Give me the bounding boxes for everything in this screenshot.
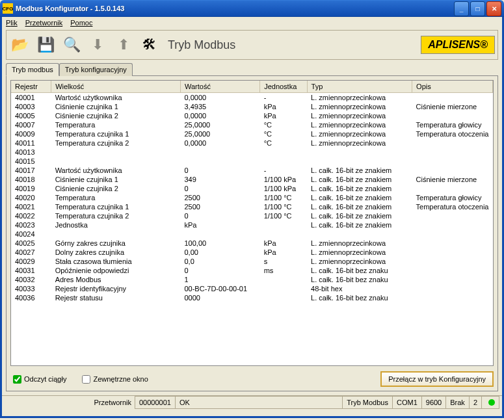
table-row[interactable]: 40017Wartość użytkownika0-L. całk. 16-bi… bbox=[11, 166, 493, 175]
table-row[interactable]: 40025Górny zakres czujnika100,00kPaL. zm… bbox=[11, 239, 493, 248]
column-value[interactable]: Wartość bbox=[180, 81, 259, 93]
table-cell bbox=[307, 230, 412, 239]
table-cell: L. całk. 16-bit ze znakiem bbox=[307, 202, 412, 211]
table-cell bbox=[412, 257, 493, 266]
table-cell: °C bbox=[260, 138, 307, 148]
table-row[interactable]: 40001Wartość użytkownika0,0000-L. zmienn… bbox=[11, 93, 493, 103]
table-cell: 3,4935 bbox=[180, 102, 259, 111]
table-cell: 40015 bbox=[11, 157, 51, 166]
table-cell: kPa bbox=[260, 248, 307, 257]
titlebar[interactable]: CFG Modbus Konfigurator - 1.5.0.143 _ □ … bbox=[0, 0, 504, 17]
table-cell: 40019 bbox=[11, 184, 51, 193]
table-row[interactable]: 40007Temperatura25,0000°CL. zmiennoprzec… bbox=[11, 120, 493, 129]
table-row[interactable]: 40018Ciśnienie czujnika 13491/100 kPaL. … bbox=[11, 175, 493, 184]
table-cell: 349 bbox=[180, 175, 259, 184]
table-cell: 40022 bbox=[11, 211, 51, 220]
table-cell bbox=[260, 220, 307, 230]
table-row[interactable]: 40022Temperatura czujnika 201/100 °CL. c… bbox=[11, 211, 493, 220]
open-icon[interactable]: 📂 bbox=[8, 33, 31, 57]
table-row[interactable]: 40036Rejestr statusu0000L. całk. 16-bit … bbox=[11, 293, 493, 302]
table-cell: 0,0 bbox=[180, 257, 259, 266]
table-cell bbox=[260, 148, 307, 157]
tab-modbus[interactable]: Tryb modbus bbox=[6, 63, 59, 76]
column-type[interactable]: Typ bbox=[307, 81, 412, 93]
table-cell: Temperatura bbox=[51, 120, 181, 129]
table-row[interactable]: 40009Temperatura czujnika 125,0000°CL. z… bbox=[11, 129, 493, 138]
table-cell bbox=[180, 157, 259, 166]
minimize-button[interactable]: _ bbox=[454, 1, 469, 16]
table-row[interactable]: 40027Dolny zakres czujnika0,00kPaL. zmie… bbox=[11, 248, 493, 257]
table-cell: Rejestr identyfikacyjny bbox=[51, 284, 181, 293]
menu-file[interactable]: Plik bbox=[6, 19, 18, 27]
table-cell: L. zmiennoprzecinkowa bbox=[307, 248, 412, 257]
table-cell: 0,0000 bbox=[180, 138, 259, 148]
table-cell: 25,0000 bbox=[180, 120, 259, 129]
column-unit[interactable]: Jednostka bbox=[260, 81, 307, 93]
table-cell bbox=[412, 111, 493, 120]
table-row[interactable]: 40005Ciśnienie czujnika 20,0000kPaL. zmi… bbox=[11, 111, 493, 120]
table-cell: 00-BC-7D-00-00-01 bbox=[180, 284, 259, 293]
table-cell: - bbox=[260, 166, 307, 175]
table-cell bbox=[412, 148, 493, 157]
table-cell: ms bbox=[260, 266, 307, 275]
table-row[interactable]: 40033Rejestr identyfikacyjny00-BC-7D-00-… bbox=[11, 284, 493, 293]
table-cell: 40031 bbox=[11, 266, 51, 275]
checkbox-external-window-input[interactable] bbox=[82, 375, 90, 384]
register-grid[interactable]: Rejestr Wielkość Wartość Jednostka Typ O… bbox=[10, 80, 494, 366]
table-row[interactable]: 40003Ciśnienie czujnika 13,4935kPaL. zmi… bbox=[11, 102, 493, 111]
checkbox-continuous-read[interactable]: Odczyt ciągły bbox=[10, 373, 66, 386]
maximize-button[interactable]: □ bbox=[470, 1, 485, 16]
menu-help[interactable]: Pomoc bbox=[70, 19, 92, 27]
table-cell: Temperatura otoczenia bbox=[412, 129, 493, 138]
table-cell: Temperatura czujnika 1 bbox=[51, 129, 181, 138]
table-row[interactable]: 40029Stała czasowa tłumienia0,0sL. zmien… bbox=[11, 257, 493, 266]
table-cell: L. zmiennoprzecinkowa bbox=[307, 239, 412, 248]
table-row[interactable]: 40031Opóźnienie odpowiedzi0msL. całk. 16… bbox=[11, 266, 493, 275]
switch-mode-button[interactable]: Przełącz w tryb Konfiguracyjny bbox=[380, 371, 494, 387]
table-cell: L. całk. 16-bit bez znaku bbox=[307, 266, 412, 275]
table-cell: 40011 bbox=[11, 138, 51, 148]
table-cell: 1 bbox=[180, 275, 259, 284]
table-row[interactable]: 40019Ciśnienie czujnika 201/100 kPaL. ca… bbox=[11, 184, 493, 193]
table-cell: 40032 bbox=[11, 275, 51, 284]
table-row[interactable]: 40021Temperatura czujnika 125001/100 °CL… bbox=[11, 202, 493, 211]
close-button[interactable]: ✕ bbox=[486, 1, 501, 16]
table-cell: L. zmiennoprzecinkowa bbox=[307, 102, 412, 111]
table-row[interactable]: 40032Adres Modbus1L. całk. 16-bit bez zn… bbox=[11, 275, 493, 284]
table-row[interactable]: 40015 bbox=[11, 157, 493, 166]
bottom-row: Odczyt ciągły Zewnętrzne okno Przełącz w… bbox=[10, 371, 494, 387]
table-cell: Stała czasowa tłumienia bbox=[51, 257, 181, 266]
table-cell: 0,00 bbox=[180, 248, 259, 257]
table-cell: Temperatura czujnika 1 bbox=[51, 202, 181, 211]
table-cell: 40020 bbox=[11, 193, 51, 202]
table-cell: Ciśnienie mierzone bbox=[412, 102, 493, 111]
table-cell: 2500 bbox=[180, 202, 259, 211]
table-cell: kPa bbox=[180, 220, 259, 230]
table-row[interactable]: 40011Temperatura czujnika 20,0000°CL. zm… bbox=[11, 138, 493, 148]
table-row[interactable]: 40013 bbox=[11, 148, 493, 157]
checkbox-external-window[interactable]: Zewnętrzne okno bbox=[79, 373, 148, 386]
settings-icon[interactable]: 🛠 bbox=[138, 33, 161, 57]
table-row[interactable]: 40023JednostkakPaL. całk. 16-bit ze znak… bbox=[11, 220, 493, 230]
column-description[interactable]: Opis bbox=[412, 81, 493, 93]
table-cell: 2500 bbox=[180, 193, 259, 202]
status-ok: OK bbox=[175, 396, 343, 409]
search-icon[interactable]: 🔍 bbox=[60, 33, 83, 57]
table-cell: L. zmiennoprzecinkowa bbox=[307, 111, 412, 120]
checkbox-continuous-read-input[interactable] bbox=[13, 375, 21, 384]
table-cell bbox=[51, 157, 181, 166]
table-header-row: Rejestr Wielkość Wartość Jednostka Typ O… bbox=[11, 81, 493, 93]
table-row[interactable]: 40020Temperatura25001/100 °CL. całk. 16-… bbox=[11, 193, 493, 202]
save-icon[interactable]: 💾 bbox=[34, 33, 57, 57]
table-cell: 40003 bbox=[11, 102, 51, 111]
menu-converter[interactable]: Przetwornik bbox=[25, 19, 62, 27]
column-register[interactable]: Rejestr bbox=[11, 81, 51, 93]
table-cell bbox=[260, 157, 307, 166]
table-cell: 40001 bbox=[11, 93, 51, 103]
app-icon: CFG bbox=[3, 3, 13, 14]
tab-config[interactable]: Tryb konfiguracyjny bbox=[59, 63, 133, 76]
column-quantity[interactable]: Wielkość bbox=[51, 81, 181, 93]
status-converter-id: 00000001 bbox=[135, 396, 176, 409]
table-cell: s bbox=[260, 257, 307, 266]
table-row[interactable]: 40024 bbox=[11, 230, 493, 239]
